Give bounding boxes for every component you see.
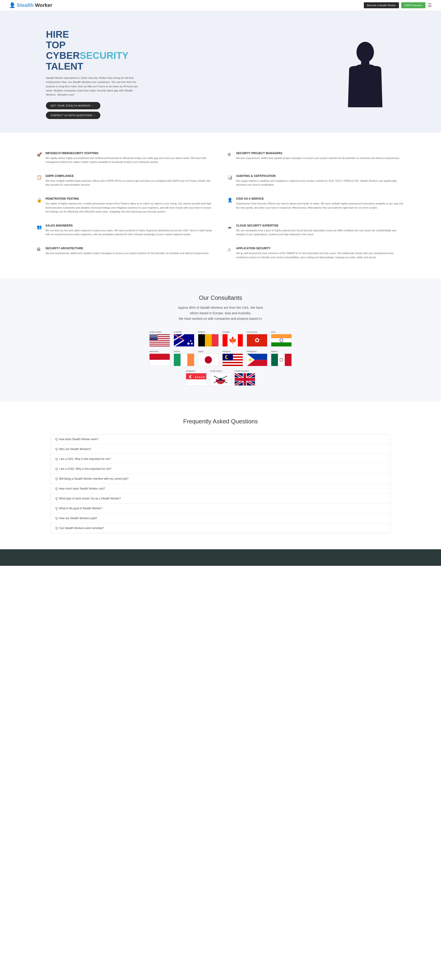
flag-box: ✿ [247,334,267,347]
flag-item: India [271,331,292,347]
service-title: CLOUD SECURITY EXPERTISE [236,224,404,227]
svg-point-51 [154,336,154,337]
svg-point-56 [150,337,150,337]
service-desc: We rapidly deliver highly accomplished a… [46,156,213,164]
service-title: SALES ENGINEERS [46,224,213,227]
svg-rect-12 [150,344,170,345]
faq-item[interactable]: Q: What is the goal of Stealth Worker? [51,504,390,514]
hamburger-menu-button[interactable]: ☰ [428,3,432,8]
svg-point-108 [249,358,252,361]
flag-box [198,334,219,347]
svg-point-43 [155,336,156,336]
svg-rect-9 [150,341,170,342]
service-item: 👥 SALES ENGINEERS We can find you the be… [37,219,213,242]
service-desc: Experienced Chief Security Officers are … [236,202,404,210]
svg-point-33 [156,335,156,336]
service-icon: 🔒 [37,197,42,214]
flag-item: Malaysia [222,350,243,366]
svg-point-92 [205,356,212,363]
svg-rect-99 [223,362,243,363]
service-content: CLOUD SECURITY EXPERTISE We can candidat… [236,224,404,237]
contact-us-button[interactable]: CONTACT US WITH QUESTIONS → [46,111,100,119]
footer [0,549,441,566]
gdpr-services-button[interactable]: GDPR Services [401,2,425,8]
service-item: ☁ CLOUD SECURITY EXPERTISE We can candid… [228,219,404,242]
svg-point-40 [153,336,153,336]
svg-point-46 [150,336,151,337]
flag-label: United Kingdom [234,370,249,372]
svg-point-48 [152,336,152,337]
service-title: AUDITING & CERTIFICATION [236,174,404,178]
svg-rect-13 [150,345,170,345]
service-content: INFOSEC/CYBERSECURITY STAFFING We rapidl… [46,152,213,164]
faq-item[interactable]: Q: Will being a Stealth Worker interfere… [51,474,390,484]
hero-text: HIRE TOP CYBERSECURITY TALENT Stealth Wo… [46,29,142,119]
svg-point-50 [153,336,154,337]
faq-section: Frequently Asked Questions Q: How does S… [0,402,441,549]
svg-rect-101 [223,364,243,366]
svg-point-20 [153,334,153,335]
become-stealth-button[interactable]: Become a Stealth Worker [364,2,399,8]
flag-item: Singapore ★★★★★ [186,370,207,386]
svg-point-38 [151,336,152,336]
faq-item[interactable]: Q: Who are Stealth Workers? [51,444,390,454]
flag-box [149,334,170,347]
hero-title-talent: TALENT [46,61,142,72]
service-content: APPLICATION SECURITY We go well beyond t… [236,247,404,259]
flags-row: Singapore ★★★★★ South Korea United Kingd… [186,370,255,386]
service-icon: 📋 [37,175,42,187]
hero-title-hire: HIRE [46,29,142,40]
flag-label: India [271,331,275,333]
svg-point-32 [155,335,156,336]
faq-item[interactable]: Q: What type of work would I do as a Ste… [51,494,390,504]
flag-label: Hong Kong [247,331,257,333]
flag-label: Mexico [271,350,278,353]
faq-item[interactable]: Q: How does Stealth Worker work? [51,434,390,444]
faq-item[interactable]: Q: How are Stealth Workers paid? [51,514,390,523]
flag-label: Japan [198,350,204,353]
svg-rect-74 [198,334,205,347]
svg-point-17 [150,334,151,335]
consultants-section: Our Consultants Approx 80% of Stealth Wo… [0,278,441,402]
hero-title-top: TOP [46,40,142,50]
svg-point-65 [157,337,157,337]
svg-point-71 [188,342,190,345]
svg-point-53 [156,336,156,337]
get-stealth-worker-button[interactable]: GET YOUR STEALTH WORKER → [46,102,100,109]
flag-label: Philippines [247,350,257,353]
flag-item: United Kingdom [234,370,255,386]
svg-point-55 [157,336,158,337]
service-item: 📊 AUDITING & CERTIFICATION We supply exp… [228,169,404,192]
faq-item[interactable]: Q: How much does Stealth Worker cost? [51,484,390,494]
service-desc: We supply experts in auditing and compli… [236,179,404,187]
service-content: SECURITY PROJECT MANAGERS We pick experi… [236,152,400,164]
service-title: GDPR COMPLIANCE [46,174,213,178]
svg-rect-131 [235,378,255,381]
faq-item[interactable]: Q: I am a CEO. Why is this important for… [51,454,390,464]
svg-rect-88 [174,353,180,366]
flag-box: ★★★★★ [186,373,207,386]
flag-item: Indonesia [149,350,170,366]
flag-label: Ireland [174,350,180,353]
service-icon: 👤 [228,197,233,214]
svg-point-72 [190,340,191,342]
hero-cyber: CYBER [46,50,80,61]
service-title: INFOSEC/CYBERSECURITY STAFFING [46,152,213,155]
faq-item[interactable]: Q: I am a CISO. Why is this important fo… [51,464,390,474]
svg-point-0 [357,42,374,62]
faq-item[interactable]: Q: Can Stealth Workers work remotely? [51,523,390,533]
svg-point-57 [150,337,151,337]
header-actions: Become a Stealth Worker GDPR Services ☰ [364,2,432,8]
flag-item: Japan [198,350,219,366]
service-content: CISO AS A SERVICE Experienced Chief Secu… [236,197,404,214]
flag-label: South Korea [210,370,222,372]
flag-box [234,373,255,386]
svg-point-62 [154,337,155,337]
hero-image [335,40,395,108]
svg-point-29 [153,335,153,336]
service-icon: 📊 [228,175,233,187]
flag-label: Belgium [198,331,205,333]
flag-label: Indonesia [149,350,158,353]
svg-point-47 [151,336,151,337]
flag-box [271,334,292,347]
